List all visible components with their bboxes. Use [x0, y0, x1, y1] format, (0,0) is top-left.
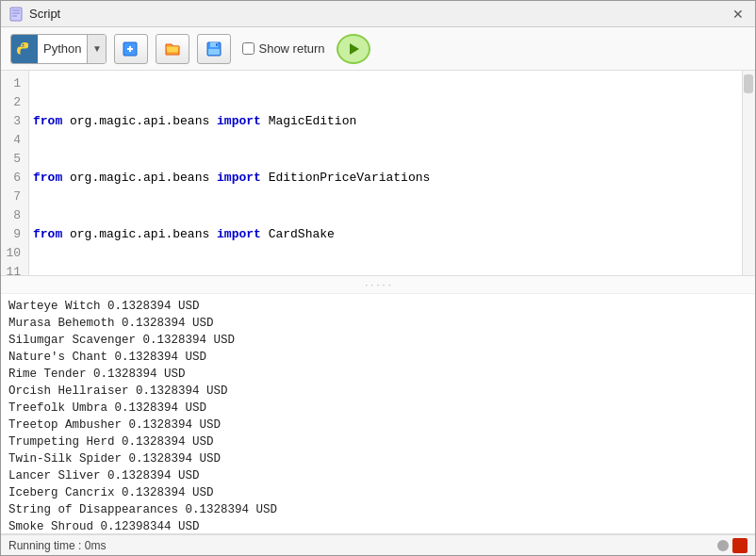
show-return-checkbox[interactable]	[242, 42, 255, 55]
python-icon	[11, 34, 38, 64]
output-line: Murasa Behemoth 0.1328394 USD	[8, 315, 748, 332]
title-bar-left: Script	[8, 7, 60, 22]
script-icon	[8, 7, 24, 22]
main-window: Script ✕ Python ▼	[0, 0, 756, 556]
show-return-area: Show return	[242, 41, 324, 56]
output-line: String of Disappearances 0.1328394 USD	[8, 501, 748, 518]
close-button[interactable]: ✕	[729, 5, 748, 24]
line-numbers: 1 2 3 4 5 6 7 8 9 10 11	[1, 71, 29, 275]
running-time-label: Running time :	[8, 539, 85, 552]
code-line-1: from org.magic.api.beans import MagicEdi…	[33, 112, 751, 131]
code-content[interactable]: from org.magic.api.beans import MagicEdi…	[29, 71, 755, 275]
content-area: 1 2 3 4 5 6 7 8 9 10 11 from org.magic.a…	[1, 71, 755, 555]
toolbar: Python ▼ Show	[1, 27, 755, 71]
output-line: Trumpeting Herd 0.1328394 USD	[8, 433, 748, 450]
output-line: Treefolk Umbra 0.1328394 USD	[8, 400, 748, 417]
title-bar: Script ✕	[1, 1, 755, 27]
running-time-value: 0ms	[85, 539, 107, 552]
output-line: Twin-Silk Spider 0.1328394 USD	[8, 450, 748, 467]
code-scrollbar[interactable]	[742, 71, 755, 275]
svg-rect-10	[216, 43, 218, 46]
svg-marker-11	[350, 43, 359, 55]
output-area[interactable]: Warteye Witch 0.1328394 USDMurasa Behemo…	[1, 294, 755, 534]
code-line-3: from org.magic.api.beans import CardShak…	[33, 225, 751, 244]
running-time: Running time : 0ms	[8, 539, 106, 552]
window-title: Script	[29, 7, 60, 21]
status-fire-icon	[732, 538, 748, 553]
run-button[interactable]	[337, 34, 370, 64]
output-line: Orcish Hellraiser 0.1328394 USD	[8, 383, 748, 400]
open-script-button[interactable]	[156, 34, 189, 64]
output-line: Iceberg Cancrix 0.1328394 USD	[8, 484, 748, 501]
code-scrollbar-thumb[interactable]	[744, 74, 753, 93]
svg-rect-9	[208, 49, 220, 55]
output-line: Warteye Witch 0.1328394 USD	[8, 298, 748, 315]
svg-rect-0	[10, 8, 22, 21]
add-script-button[interactable]	[114, 34, 148, 64]
show-return-label[interactable]: Show return	[258, 41, 324, 56]
output-line: Silumgar Scavenger 0.1328394 USD	[8, 332, 748, 349]
status-right	[717, 538, 748, 553]
output-line: Rime Tender 0.1328394 USD	[8, 366, 748, 383]
separator: · · · · ·	[1, 276, 755, 294]
language-label: Python	[38, 41, 87, 56]
save-script-button[interactable]	[197, 34, 231, 64]
output-line: Nature's Chant 0.1328394 USD	[8, 349, 748, 366]
output-line: Treetop Ambusher 0.1328394 USD	[8, 417, 748, 433]
code-line-2: from org.magic.api.beans import EditionP…	[33, 169, 751, 188]
language-dropdown-arrow[interactable]: ▼	[87, 34, 106, 64]
language-selector[interactable]: Python ▼	[10, 34, 107, 64]
status-bar: Running time : 0ms	[1, 534, 755, 555]
output-line: Smoke Shroud 0.12398344 USD	[8, 518, 748, 534]
output-line: Lancer Sliver 0.1328394 USD	[8, 467, 748, 484]
code-editor[interactable]: 1 2 3 4 5 6 7 8 9 10 11 from org.magic.a…	[1, 71, 755, 276]
status-dot-gray	[717, 540, 729, 551]
